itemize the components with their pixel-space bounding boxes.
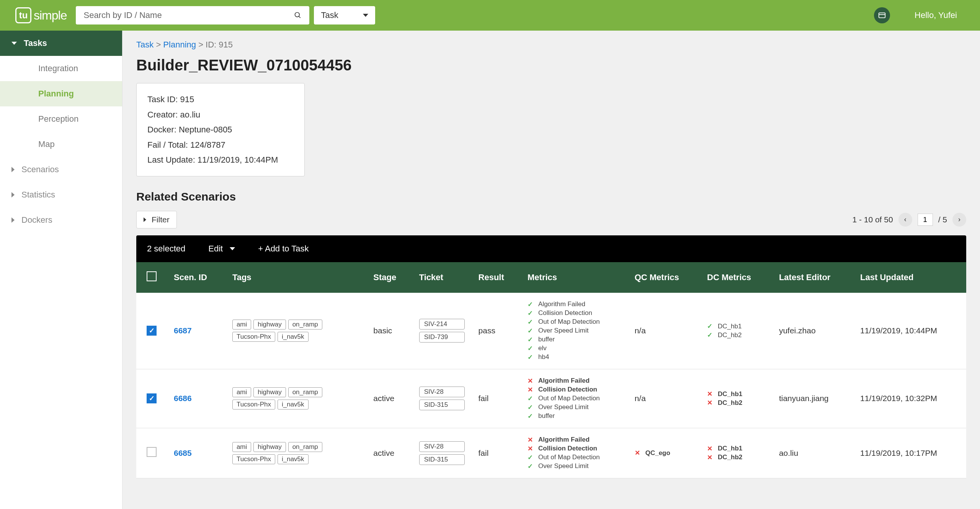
sidebar-item-perception[interactable]: Perception — [0, 106, 122, 132]
tag[interactable]: on_ramp — [288, 320, 322, 330]
prev-page-button[interactable]: ‹ — [898, 213, 912, 227]
check-icon: ✓ — [528, 403, 534, 411]
section-title: Related Scenarios — [136, 190, 966, 203]
add-to-task-button[interactable]: + Add to Task — [258, 244, 309, 254]
breadcrumb-task[interactable]: Task — [136, 40, 154, 49]
page-input[interactable] — [918, 214, 933, 226]
tag[interactable]: highway — [253, 387, 286, 397]
metric-item: ✓DC_hb1 — [707, 322, 765, 330]
sidebar-item-statistics[interactable]: Statistics — [0, 182, 122, 207]
metric-label: Out of Map Detection — [538, 318, 600, 326]
tag[interactable]: i_nav5k — [278, 454, 309, 464]
qc-cell: n/a — [628, 369, 700, 428]
stage-cell: active — [366, 369, 412, 428]
column-header[interactable]: Latest Editor — [772, 262, 853, 293]
metric-label: Over Speed Limit — [538, 403, 588, 411]
scenario-link[interactable]: 6685 — [174, 449, 192, 457]
next-page-button[interactable]: › — [952, 213, 966, 227]
tag[interactable]: i_nav5k — [278, 400, 309, 409]
svg-point-0 — [295, 13, 300, 17]
search-input[interactable] — [83, 10, 294, 20]
tag[interactable]: i_nav5k — [278, 332, 309, 342]
sidebar-item-scenarios[interactable]: Scenarios — [0, 157, 122, 182]
metric-label: elv — [538, 344, 547, 352]
tag[interactable]: on_ramp — [288, 442, 322, 452]
scenario-link[interactable]: 6687 — [174, 326, 192, 335]
edit-dropdown[interactable]: Edit — [208, 244, 235, 254]
check-icon: ✓ — [528, 353, 534, 361]
check-icon: ✓ — [528, 454, 534, 462]
column-header[interactable]: Tags — [225, 262, 366, 293]
column-header[interactable]: Scen. ID — [167, 262, 225, 293]
tag[interactable]: highway — [253, 320, 286, 330]
greeting[interactable]: Hello, Yufei — [915, 10, 957, 20]
task-dropdown[interactable]: Task — [314, 6, 375, 24]
metric-item: ✓elv — [528, 344, 621, 352]
row-checkbox[interactable] — [147, 393, 157, 403]
metric-label: Collision Detection — [538, 386, 597, 393]
info-last-update: Last Update: 11/19/2019, 10:44PM — [147, 152, 294, 168]
filter-button[interactable]: Filter — [136, 211, 177, 228]
chevron-right-icon — [11, 167, 15, 172]
result-cell: fail — [472, 369, 521, 428]
sidebar-item-planning[interactable]: Planning — [0, 81, 122, 106]
tag[interactable]: Tucson-Phx — [232, 454, 275, 464]
sidebar-item-map[interactable]: Map — [0, 132, 122, 157]
column-header[interactable]: QC Metrics — [628, 262, 700, 293]
breadcrumb-planning[interactable]: Planning — [163, 40, 196, 49]
ticket-chip[interactable]: SIV-214 — [419, 319, 465, 330]
metric-item: ✓Out of Map Detection — [528, 454, 621, 462]
metric-label: DC_hb1 — [718, 390, 742, 398]
action-bar: 2 selected Edit + Add to Task — [136, 235, 966, 262]
filter-label: Filter — [152, 215, 170, 224]
scenario-link[interactable]: 6686 — [174, 394, 192, 403]
tag[interactable]: ami — [232, 387, 251, 397]
x-icon: ✕ — [707, 454, 714, 462]
chevron-right-icon — [11, 192, 15, 197]
logo[interactable]: tu simple — [15, 7, 67, 23]
sidebar-item-integration[interactable]: Integration — [0, 56, 122, 81]
x-icon: ✕ — [707, 390, 714, 398]
column-header[interactable]: Stage — [366, 262, 412, 293]
x-icon: ✕ — [707, 399, 714, 407]
tag[interactable]: on_ramp — [288, 387, 322, 397]
editor-cell: ao.liu — [772, 428, 853, 478]
tag[interactable]: ami — [232, 320, 251, 330]
column-header[interactable]: Ticket — [412, 262, 472, 293]
column-header[interactable]: Result — [472, 262, 521, 293]
check-icon: ✓ — [528, 318, 534, 326]
row-checkbox[interactable] — [147, 326, 157, 336]
row-checkbox[interactable] — [147, 447, 157, 457]
ticket-chip[interactable]: SID-739 — [419, 332, 465, 343]
metric-item: ✕Collision Detection — [528, 386, 621, 394]
tag[interactable]: highway — [253, 442, 286, 452]
tag[interactable]: Tucson-Phx — [232, 400, 275, 409]
column-header[interactable]: Metrics — [521, 262, 628, 293]
ticket-chip[interactable]: SIV-28 — [419, 387, 465, 397]
app-icon-button[interactable] — [874, 7, 890, 23]
toolbar-row: Filter 1 - 10 of 50 ‹ / 5 › — [136, 211, 966, 228]
sidebar-item-tasks[interactable]: Tasks — [0, 31, 122, 56]
metric-label: Collision Detection — [538, 309, 592, 317]
metric-label: Over Speed Limit — [538, 462, 588, 470]
info-fail-total: Fail / Total: 124/8787 — [147, 137, 294, 153]
metric-label: Algorithm Failed — [538, 300, 585, 308]
sidebar-item-dockers[interactable]: Dockers — [0, 207, 122, 233]
x-icon: ✕ — [528, 377, 534, 385]
search-icon[interactable] — [294, 11, 302, 19]
check-icon: ✓ — [528, 395, 534, 403]
ticket-chip[interactable]: SID-315 — [419, 400, 465, 410]
check-icon: ✓ — [528, 327, 534, 335]
search-box[interactable] — [76, 6, 309, 24]
tag[interactable]: Tucson-Phx — [232, 332, 275, 342]
chevron-right-icon — [11, 217, 15, 223]
updated-cell: 11/19/2019, 10:44PM — [853, 293, 966, 369]
info-task-id: Task ID: 915 — [147, 92, 294, 107]
check-icon: ✓ — [528, 300, 534, 308]
column-header[interactable]: DC Metrics — [700, 262, 772, 293]
tag[interactable]: ami — [232, 442, 251, 452]
ticket-chip[interactable]: SIV-28 — [419, 441, 465, 452]
select-all-checkbox[interactable] — [147, 271, 157, 281]
column-header[interactable]: Last Updated — [853, 262, 966, 293]
ticket-chip[interactable]: SID-315 — [419, 454, 465, 465]
